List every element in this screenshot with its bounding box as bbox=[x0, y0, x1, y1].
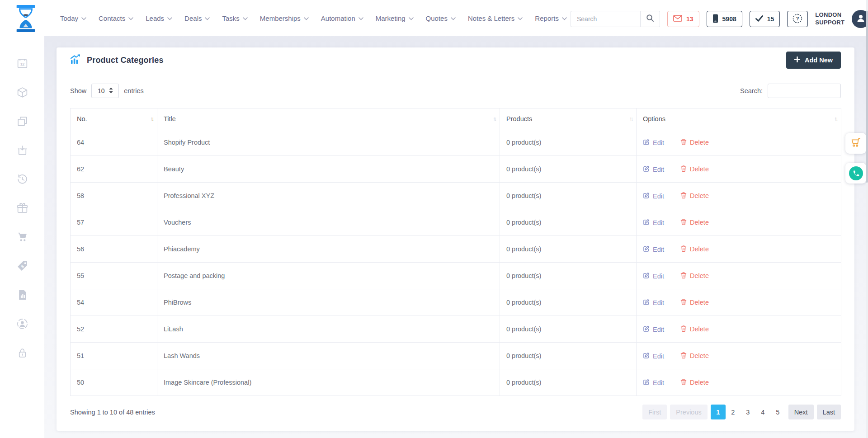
delete-link[interactable]: Delete bbox=[680, 325, 709, 334]
table-search-label: Search: bbox=[740, 87, 763, 94]
edit-pencil-icon bbox=[643, 352, 650, 360]
row-products: 0 product(s) bbox=[500, 209, 637, 236]
person-icon bbox=[855, 13, 866, 25]
nav-item-marketing[interactable]: Marketing bbox=[376, 14, 414, 22]
edit-link[interactable]: Edit bbox=[643, 379, 664, 387]
floating-cart-button[interactable] bbox=[845, 133, 866, 154]
edit-link[interactable]: Edit bbox=[643, 139, 664, 147]
table-row: 51 Lash Wands 0 product(s) Edit bbox=[71, 343, 841, 369]
table-search-input[interactable] bbox=[768, 84, 841, 98]
table-footer: Showing 1 to 10 of 48 entries First Prev… bbox=[57, 396, 854, 428]
row-number: 58 bbox=[71, 183, 157, 209]
mobile-phone-icon bbox=[712, 14, 718, 24]
app-logo-hourglass-icon[interactable] bbox=[14, 5, 38, 34]
delete-link[interactable]: Delete bbox=[680, 138, 709, 147]
nav-item-leads[interactable]: Leads bbox=[146, 14, 172, 22]
edit-link[interactable]: Edit bbox=[643, 192, 664, 200]
row-products: 0 product(s) bbox=[500, 236, 637, 263]
scrollbar-track bbox=[866, 0, 868, 438]
delete-link[interactable]: Delete bbox=[680, 218, 709, 227]
nav-item-today[interactable]: Today bbox=[60, 14, 86, 22]
nav-item-quotes[interactable]: Quotes bbox=[426, 14, 456, 22]
tasks-badge[interactable]: 15 bbox=[750, 11, 780, 27]
column-header-no[interactable]: No. ↑↓ bbox=[71, 108, 157, 129]
row-products: 0 product(s) bbox=[500, 316, 637, 343]
edit-link[interactable]: Edit bbox=[643, 245, 664, 254]
delete-link[interactable]: Delete bbox=[680, 352, 709, 360]
pagination-page-5[interactable]: 5 bbox=[770, 405, 785, 419]
delete-link[interactable]: Delete bbox=[680, 298, 709, 307]
nav-item-notes-letters[interactable]: Notes & Letters bbox=[468, 14, 523, 22]
row-number: 54 bbox=[71, 289, 157, 316]
price-tag-icon[interactable]: $ bbox=[16, 259, 28, 272]
row-number: 55 bbox=[71, 263, 157, 289]
scrollbar-thumb[interactable] bbox=[866, 11, 868, 183]
add-new-button[interactable]: Add New bbox=[786, 52, 841, 69]
edit-link[interactable]: Edit bbox=[643, 299, 664, 307]
delete-link[interactable]: Delete bbox=[680, 165, 709, 174]
floating-phone-button[interactable] bbox=[845, 163, 866, 184]
messages-badge[interactable]: 13 bbox=[667, 11, 699, 27]
column-header-options[interactable]: Options ↑↓ bbox=[637, 108, 841, 129]
cart-icon[interactable] bbox=[16, 231, 28, 243]
copy-icon[interactable] bbox=[16, 115, 28, 127]
entries-label: entries bbox=[124, 87, 144, 94]
table-row: 50 Image Skincare (Professional) 0 produ… bbox=[71, 369, 841, 396]
page-size-select[interactable]: 10 bbox=[91, 84, 119, 98]
pagination-first: First bbox=[642, 405, 667, 419]
search-button[interactable] bbox=[640, 11, 660, 27]
row-products: 0 product(s) bbox=[500, 263, 637, 289]
report-chart-icon[interactable] bbox=[16, 288, 28, 301]
delete-link[interactable]: Delete bbox=[680, 245, 709, 254]
delete-link[interactable]: Delete bbox=[680, 378, 709, 387]
column-header-title[interactable]: Title ↑↓ bbox=[157, 108, 500, 129]
delete-link[interactable]: Delete bbox=[680, 192, 709, 200]
bag-receive-icon[interactable] bbox=[16, 144, 28, 156]
calls-badge[interactable]: 5908 bbox=[707, 11, 742, 27]
row-title: Phiacademy bbox=[157, 236, 500, 263]
delete-link[interactable]: Delete bbox=[680, 272, 709, 280]
calendar-icon[interactable]: 12 bbox=[16, 57, 28, 70]
column-header-products[interactable]: Products ↑↓ bbox=[500, 108, 637, 129]
row-products: 0 product(s) bbox=[500, 289, 637, 316]
messages-count: 13 bbox=[686, 15, 693, 23]
edit-pencil-icon bbox=[643, 379, 650, 387]
edit-pencil-icon bbox=[643, 219, 650, 227]
table-row: 55 Postage and packing 0 product(s) Edit bbox=[71, 263, 841, 289]
nav-item-reports[interactable]: Reports bbox=[535, 14, 567, 22]
pagination-last[interactable]: Last bbox=[817, 405, 841, 419]
account-sync-icon[interactable] bbox=[16, 317, 28, 330]
package-icon[interactable] bbox=[16, 86, 28, 99]
help-badge[interactable]: ? bbox=[787, 11, 808, 27]
table-row: 56 Phiacademy 0 product(s) Edit bbox=[71, 236, 841, 263]
user-name[interactable]: LONDON SUPPORT bbox=[815, 11, 844, 27]
lock-icon[interactable] bbox=[16, 346, 28, 359]
edit-link[interactable]: Edit bbox=[643, 165, 664, 174]
nav-item-label: Leads bbox=[146, 14, 164, 22]
table-controls: Show 10 entries Search: bbox=[57, 73, 854, 106]
nav-item-tasks[interactable]: Tasks bbox=[222, 14, 247, 22]
gift-icon[interactable] bbox=[16, 202, 28, 214]
chevron-down-icon bbox=[562, 17, 567, 20]
pagination-page-1[interactable]: 1 bbox=[711, 405, 726, 419]
edit-link[interactable]: Edit bbox=[643, 325, 664, 334]
pagination-page-3[interactable]: 3 bbox=[741, 405, 755, 419]
edit-link[interactable]: Edit bbox=[643, 219, 664, 227]
nav-item-deals[interactable]: Deals bbox=[184, 14, 210, 22]
pagination-page-2[interactable]: 2 bbox=[726, 405, 741, 419]
nav-item-memberships[interactable]: Memberships bbox=[260, 14, 309, 22]
global-search-input[interactable] bbox=[571, 11, 640, 27]
main-nav: Today Contacts Leads Deals Tasks bbox=[60, 0, 594, 36]
nav-item-contacts[interactable]: Contacts bbox=[99, 14, 133, 22]
row-title: Image Skincare (Professional) bbox=[157, 369, 500, 396]
edit-link[interactable]: Edit bbox=[643, 352, 664, 360]
pagination-page-4[interactable]: 4 bbox=[755, 405, 770, 419]
row-title: Beauty bbox=[157, 156, 500, 183]
row-options: Edit Delete bbox=[637, 129, 841, 156]
history-icon[interactable] bbox=[16, 173, 28, 185]
sort-icon: ↑↓ bbox=[493, 115, 495, 122]
edit-link[interactable]: Edit bbox=[643, 272, 664, 280]
pagination-next[interactable]: Next bbox=[788, 405, 814, 419]
table-row: 54 PhiBrows 0 product(s) Edit bbox=[71, 289, 841, 316]
nav-item-automation[interactable]: Automation bbox=[321, 14, 363, 22]
